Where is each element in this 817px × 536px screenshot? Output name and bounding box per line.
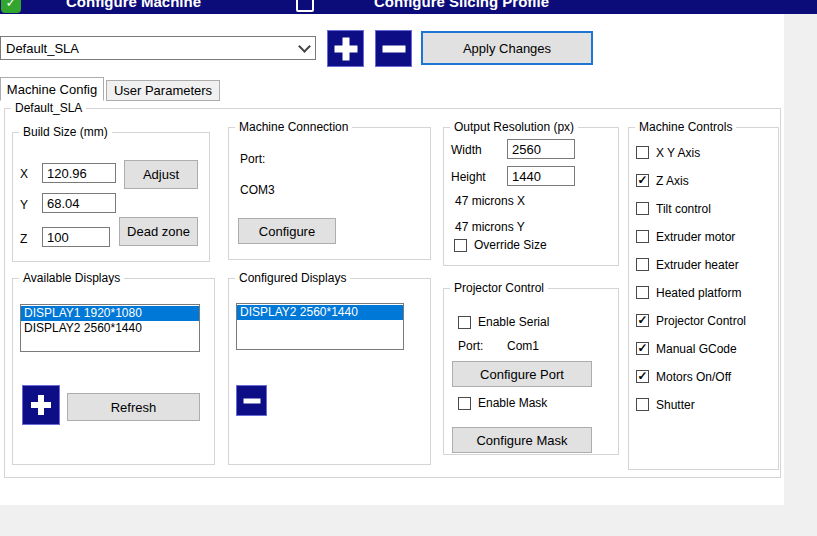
checkbox-label: Shutter xyxy=(656,398,695,412)
dead-zone-button[interactable]: Dead zone xyxy=(119,217,198,246)
checkbox-label: Z Axis xyxy=(656,174,689,188)
z-label: Z xyxy=(20,232,27,246)
checkbox-box xyxy=(636,146,649,159)
checkbox-box: ✓ xyxy=(636,342,649,355)
profile-select-value: Default_SLA xyxy=(1,41,293,56)
x-field[interactable] xyxy=(42,163,116,183)
right-gutter xyxy=(784,14,817,536)
checkbox-extruder-motor[interactable]: Extruder motor xyxy=(636,230,776,243)
available-displays-list[interactable]: DISPLAY1 1920*1080DISPLAY2 2560*1440 xyxy=(20,304,200,352)
plus-icon xyxy=(38,395,44,415)
available-displays-title: Available Displays xyxy=(19,271,124,285)
app-window: ✓ Configure Machine Configure Slicing Pr… xyxy=(0,0,817,536)
checkbox-box: ✓ xyxy=(636,314,649,327)
checkbox-label: Heated platform xyxy=(656,286,741,300)
checkbox-box xyxy=(636,202,649,215)
checkbox-motors-on-off[interactable]: ✓Motors On/Off xyxy=(636,370,776,383)
chevron-down-icon xyxy=(293,37,315,59)
checkbox-extruder-heater[interactable]: Extruder heater xyxy=(636,258,776,271)
checkbox-enable-serial[interactable]: Enable Serial xyxy=(458,315,549,329)
checkbox-label: Motors On/Off xyxy=(656,370,731,384)
checkbox-z-axis[interactable]: ✓Z Axis xyxy=(636,174,776,187)
checkbox-label: Enable Mask xyxy=(478,396,547,410)
checkbox-label: X Y Axis xyxy=(656,146,700,160)
checkbox-label: Override Size xyxy=(474,238,547,252)
plus-icon xyxy=(342,37,349,60)
build-size-title: Build Size (mm) xyxy=(19,125,112,139)
checkbox-manual-gcode[interactable]: ✓Manual GCode xyxy=(636,342,776,355)
checkbox-heated-platform[interactable]: Heated platform xyxy=(636,286,776,299)
checkbox-label: Enable Serial xyxy=(478,315,549,329)
add-profile-button[interactable] xyxy=(327,30,364,67)
checkbox-box xyxy=(458,397,471,410)
minus-icon xyxy=(382,45,405,52)
width-label: Width xyxy=(451,143,482,157)
checkbox-label: Projector Control xyxy=(656,314,746,328)
height-field[interactable] xyxy=(507,166,575,186)
projector-port-label: Port: xyxy=(458,339,483,353)
checkbox-x-y-axis[interactable]: X Y Axis xyxy=(636,146,776,159)
add-display-button[interactable] xyxy=(22,385,60,425)
width-field[interactable] xyxy=(507,139,575,159)
app-logo-icon: ✓ xyxy=(1,0,21,13)
list-item[interactable]: DISPLAY2 2560*1440 xyxy=(237,305,403,320)
checkbox-label: Tilt control xyxy=(656,202,711,216)
list-item[interactable]: DISPLAY1 1920*1080 xyxy=(21,306,199,321)
microns-y-label: 47 microns Y xyxy=(455,220,525,234)
configure-connection-button[interactable]: Configure xyxy=(238,218,336,244)
microns-x-label: 47 microns X xyxy=(455,194,525,208)
minus-icon xyxy=(243,398,260,403)
checkbox-projector-control[interactable]: ✓Projector Control xyxy=(636,314,776,327)
machine-controls-title: Machine Controls xyxy=(635,120,736,134)
title-bar: ✓ Configure Machine Configure Slicing Pr… xyxy=(0,0,817,14)
port-value: COM3 xyxy=(240,183,275,197)
configured-displays-title: Configured Displays xyxy=(235,271,350,285)
checkbox-box: ✓ xyxy=(636,174,649,187)
configured-displays-list[interactable]: DISPLAY2 2560*1440 xyxy=(236,303,404,350)
checkbox-enable-mask[interactable]: Enable Mask xyxy=(458,396,547,410)
checkbox-label: Extruder heater xyxy=(656,258,739,272)
x-label: X xyxy=(20,167,28,181)
tab-machine-config[interactable]: Machine Config xyxy=(0,77,104,101)
checkbox-box xyxy=(636,258,649,271)
checkbox-box xyxy=(636,230,649,243)
checkbox-override-size[interactable]: Override Size xyxy=(454,238,547,252)
y-field[interactable] xyxy=(42,193,116,213)
machine-controls-list: X Y Axis✓Z AxisTilt controlExtruder moto… xyxy=(636,146,776,426)
checkbox-label: Extruder motor xyxy=(656,230,735,244)
checkbox-box xyxy=(458,316,471,329)
slicing-profile-icon xyxy=(296,0,314,12)
remove-display-button[interactable] xyxy=(236,385,267,416)
profile-select[interactable]: Default_SLA xyxy=(0,36,316,60)
bottom-strip xyxy=(0,505,817,536)
machine-connection-title: Machine Connection xyxy=(235,120,352,134)
configure-port-button[interactable]: Configure Port xyxy=(452,361,592,387)
list-item[interactable]: DISPLAY2 2560*1440 xyxy=(21,321,199,336)
y-label: Y xyxy=(20,198,28,212)
height-label: Height xyxy=(451,170,486,184)
menu-configure-machine[interactable]: Configure Machine xyxy=(66,0,201,10)
port-label: Port: xyxy=(240,152,265,166)
projector-control-title: Projector Control xyxy=(450,281,548,295)
refresh-button[interactable]: Refresh xyxy=(67,393,200,421)
adjust-button[interactable]: Adjust xyxy=(124,160,198,189)
checkbox-label: Manual GCode xyxy=(656,342,737,356)
tab-user-parameters[interactable]: User Parameters xyxy=(106,80,220,101)
output-resolution-title: Output Resolution (px) xyxy=(450,120,578,134)
checkbox-box xyxy=(636,398,649,411)
checkbox-tilt-control[interactable]: Tilt control xyxy=(636,202,776,215)
checkbox-shutter[interactable]: Shutter xyxy=(636,398,776,411)
remove-profile-button[interactable] xyxy=(375,30,412,67)
checkbox-box xyxy=(454,239,467,252)
menu-configure-slicing-profile[interactable]: Configure Slicing Profile xyxy=(374,0,549,10)
machine-group-title: Default_SLA xyxy=(11,101,86,115)
configure-mask-button[interactable]: Configure Mask xyxy=(452,427,592,453)
z-field[interactable] xyxy=(42,227,110,247)
projector-port-value: Com1 xyxy=(507,339,539,353)
apply-changes-button[interactable]: Apply Changes xyxy=(421,31,593,65)
checkbox-box: ✓ xyxy=(636,370,649,383)
checkbox-box xyxy=(636,286,649,299)
